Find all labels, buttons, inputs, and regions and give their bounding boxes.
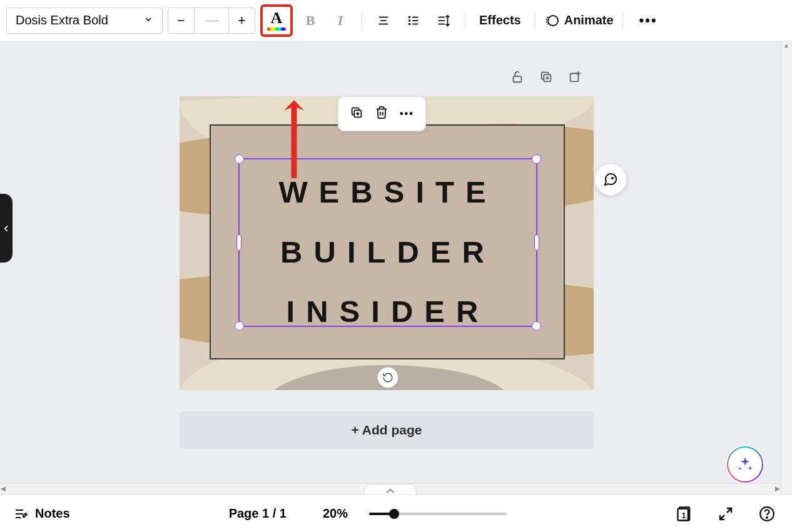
color-swatch-icon bbox=[267, 28, 286, 31]
separator bbox=[362, 12, 362, 29]
alignment-button[interactable] bbox=[371, 8, 396, 33]
bottom-bar: Notes Page 1 / 1 20% 1 bbox=[0, 494, 792, 532]
svg-point-36 bbox=[766, 517, 768, 518]
resize-handle-bottom-left[interactable] bbox=[235, 321, 244, 331]
comment-icon bbox=[603, 172, 618, 187]
delete-button[interactable] bbox=[375, 106, 388, 122]
canvas-area: WEBSITE BUILDER INSIDER ••• bbox=[0, 41, 781, 494]
spacing-button[interactable] bbox=[431, 8, 456, 33]
svg-rect-7 bbox=[412, 20, 418, 21]
svg-rect-6 bbox=[412, 16, 418, 18]
font-size-control: − + bbox=[168, 8, 255, 34]
list-button[interactable] bbox=[401, 8, 426, 33]
rotate-icon bbox=[382, 372, 393, 383]
zoom-level[interactable]: 20% bbox=[323, 506, 348, 521]
resize-handle-bottom-right[interactable] bbox=[532, 321, 541, 331]
svg-point-5 bbox=[409, 23, 411, 25]
italic-button[interactable]: I bbox=[328, 8, 353, 33]
resize-handle-right[interactable] bbox=[534, 234, 539, 251]
add-page-button[interactable]: + Add page bbox=[180, 411, 594, 449]
help-icon bbox=[759, 506, 775, 522]
notes-icon bbox=[14, 506, 29, 521]
more-icon: ••• bbox=[400, 108, 414, 119]
svg-point-4 bbox=[409, 19, 411, 22]
resize-handle-top-right[interactable] bbox=[532, 154, 541, 164]
duplicate-icon bbox=[350, 106, 363, 119]
sparkle-icon bbox=[736, 456, 754, 473]
collapse-panel-tab[interactable] bbox=[0, 194, 13, 263]
page-indicator[interactable]: Page 1 / 1 bbox=[229, 506, 287, 521]
separator bbox=[622, 12, 623, 29]
letter-a-icon: A bbox=[271, 10, 283, 26]
resize-handle-left[interactable] bbox=[236, 234, 241, 251]
vertical-scrollbar[interactable] bbox=[781, 41, 792, 494]
font-size-input[interactable] bbox=[195, 8, 228, 33]
chevron-down-icon bbox=[143, 14, 153, 26]
bold-icon: B bbox=[306, 13, 315, 29]
italic-icon: I bbox=[338, 13, 343, 29]
selection-box bbox=[238, 158, 537, 327]
more-button[interactable]: ••• bbox=[632, 13, 665, 29]
duplicate-page-button[interactable] bbox=[539, 70, 553, 86]
zoom-slider[interactable] bbox=[369, 513, 507, 515]
effects-button[interactable]: Effects bbox=[474, 13, 526, 28]
assistant-button[interactable] bbox=[727, 446, 763, 483]
svg-rect-8 bbox=[412, 23, 418, 24]
bullet-list-icon bbox=[407, 14, 420, 28]
rotate-handle[interactable] bbox=[377, 367, 399, 388]
duplicate-button[interactable] bbox=[350, 106, 363, 122]
grid-view-button[interactable]: 1 bbox=[673, 503, 696, 525]
text-toolbar: Dosis Extra Bold − + A B I Effects Anima… bbox=[0, 0, 792, 41]
fullscreen-button[interactable] bbox=[714, 503, 737, 525]
decrease-size-button[interactable]: − bbox=[168, 8, 195, 33]
add-page-label: + Add page bbox=[352, 423, 422, 438]
svg-rect-17 bbox=[571, 74, 579, 82]
separator bbox=[465, 12, 465, 29]
zoom-slider-thumb[interactable] bbox=[389, 509, 399, 519]
notes-button[interactable]: Notes bbox=[14, 506, 70, 521]
annotation-arrow-icon bbox=[282, 100, 307, 181]
resize-handle-top-left[interactable] bbox=[235, 154, 244, 164]
annotation-highlight: A bbox=[260, 4, 293, 37]
element-more-button[interactable]: ••• bbox=[400, 108, 414, 119]
font-name: Dosis Extra Bold bbox=[16, 13, 108, 28]
animate-icon bbox=[544, 13, 559, 28]
separator bbox=[535, 12, 536, 29]
comment-button[interactable] bbox=[594, 163, 627, 196]
svg-rect-13 bbox=[514, 76, 522, 82]
animate-button[interactable]: Animate bbox=[544, 13, 614, 28]
element-float-toolbar: ••• bbox=[338, 96, 426, 131]
align-center-icon bbox=[377, 14, 390, 28]
font-selector[interactable]: Dosis Extra Bold bbox=[6, 8, 163, 34]
svg-point-12 bbox=[548, 16, 558, 26]
trash-icon bbox=[375, 106, 388, 119]
resize-grip[interactable] bbox=[364, 484, 417, 494]
chevron-up-icon bbox=[386, 489, 395, 494]
text-color-button[interactable]: A bbox=[264, 8, 289, 33]
add-new-page-button[interactable] bbox=[568, 70, 582, 86]
page-controls bbox=[510, 70, 582, 86]
notes-label: Notes bbox=[35, 506, 70, 521]
svg-point-3 bbox=[409, 16, 411, 18]
animate-label: Animate bbox=[564, 13, 614, 28]
lock-button[interactable] bbox=[510, 70, 524, 86]
bold-button[interactable]: B bbox=[298, 8, 323, 33]
grid-count: 1 bbox=[682, 511, 686, 520]
design-page[interactable]: WEBSITE BUILDER INSIDER bbox=[180, 96, 594, 390]
expand-icon bbox=[718, 506, 733, 521]
increase-size-button[interactable]: + bbox=[228, 8, 255, 33]
more-icon: ••• bbox=[639, 13, 657, 28]
line-spacing-icon bbox=[437, 14, 450, 28]
help-button[interactable] bbox=[756, 503, 778, 525]
